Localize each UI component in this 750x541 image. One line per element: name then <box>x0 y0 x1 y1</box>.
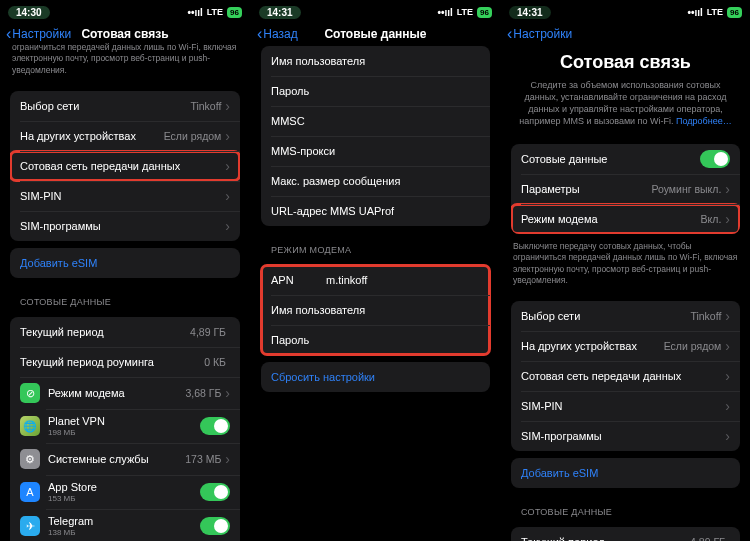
group-data-usage: Текущий период 4,89 ГБ <box>511 527 740 541</box>
row-password[interactable]: Пароль <box>261 76 490 106</box>
chevron-right-icon: › <box>225 219 230 233</box>
row-cellular-data[interactable]: Сотовые данные <box>511 144 740 174</box>
chevron-right-icon: › <box>725 309 730 323</box>
chevron-right-icon: › <box>725 212 730 226</box>
row-cellular-data-network[interactable]: Сотовая сеть передачи данных › <box>511 361 740 391</box>
group-network: Выбор сети Tinkoff › На других устройств… <box>10 91 240 241</box>
back-button[interactable]: ‹ Назад <box>257 26 298 42</box>
hotspot-icon: ⊘ <box>20 383 40 403</box>
chevron-right-icon: › <box>225 386 230 400</box>
row-system-services[interactable]: ⚙ Системные службы 173 МБ › <box>10 443 240 475</box>
signal-icon: ••ııl <box>437 7 452 18</box>
group-mms: Имя пользователя Пароль MMSC MMS-прокси … <box>261 46 490 226</box>
row-apn[interactable]: APN m.tinkoff <box>261 265 490 295</box>
row-mmsc[interactable]: MMSC <box>261 106 490 136</box>
row-roaming-period[interactable]: Текущий период роуминга 0 КБ <box>10 347 240 377</box>
row-app-store[interactable]: A App Store 153 МБ <box>10 475 240 509</box>
section-cellular-data: СОТОВЫЕ ДАННЫЕ <box>0 285 250 310</box>
row-other-devices[interactable]: На других устройствах Если рядом › <box>511 331 740 361</box>
toggle-cellular-data[interactable] <box>700 150 730 168</box>
status-bar: 14:31 ••ııl LTE 96 <box>501 0 750 20</box>
section-hotspot: РЕЖИМ МОДЕМА <box>251 233 500 258</box>
network-label: LTE <box>457 7 473 17</box>
description: Следите за объемом использования сотовых… <box>501 79 750 134</box>
row-username[interactable]: Имя пользователя <box>261 46 490 76</box>
row-add-esim[interactable]: Добавить eSIM <box>10 248 240 278</box>
telegram-icon: ✈ <box>20 516 40 536</box>
battery-icon: 96 <box>727 7 742 18</box>
row-sim-apps[interactable]: SIM-программы › <box>511 421 740 451</box>
appstore-icon: A <box>20 482 40 502</box>
row-sim-pin[interactable]: SIM-PIN › <box>10 181 240 211</box>
group-add-esim: Добавить eSIM <box>511 458 740 488</box>
status-bar: 14:30 ••ııl LTE 96 <box>0 0 250 20</box>
chevron-right-icon: › <box>225 159 230 173</box>
chevron-left-icon: ‹ <box>507 26 512 42</box>
chevron-right-icon: › <box>725 429 730 443</box>
network-label: LTE <box>207 7 223 17</box>
chevron-right-icon: › <box>225 189 230 203</box>
group-cellular-top: Сотовые данные Параметры Роуминг выкл. ›… <box>511 144 740 234</box>
learn-more-link[interactable]: Подробнее… <box>676 116 732 126</box>
row-reset-settings[interactable]: Сбросить настройки <box>261 362 490 392</box>
status-bar: 14:31 ••ııl LTE 96 <box>251 0 500 20</box>
row-mms-proxy[interactable]: MMS-прокси <box>261 136 490 166</box>
battery-icon: 96 <box>227 7 242 18</box>
chevron-right-icon: › <box>225 129 230 143</box>
battery-icon: 96 <box>477 7 492 18</box>
back-button[interactable]: ‹ Настройки <box>507 26 572 42</box>
row-hotspot[interactable]: ⊘ Режим модема 3,68 ГБ › <box>10 377 240 409</box>
back-label: Настройки <box>12 27 71 41</box>
chevron-right-icon: › <box>725 182 730 196</box>
pane-cellular: 14:30 ••ııl LTE 96 ‹ Настройки Сотовая с… <box>0 0 250 541</box>
planet-vpn-icon: 🌐 <box>20 416 40 436</box>
section-cellular-data: СОТОВЫЕ ДАННЫЕ <box>501 495 750 520</box>
chevron-right-icon: › <box>225 99 230 113</box>
status-time: 14:30 <box>8 6 50 19</box>
row-mms-max-size[interactable]: Макс. размер сообщения <box>261 166 490 196</box>
row-password[interactable]: Пароль <box>261 325 490 355</box>
toggle-appstore[interactable] <box>200 483 230 501</box>
signal-icon: ••ııl <box>187 7 202 18</box>
chevron-right-icon: › <box>225 452 230 466</box>
network-label: LTE <box>707 7 723 17</box>
gear-icon: ⚙ <box>20 449 40 469</box>
chevron-right-icon: › <box>725 339 730 353</box>
row-cellular-data-network[interactable]: Сотовая сеть передачи данных › <box>10 151 240 181</box>
chevron-left-icon: ‹ <box>6 26 11 42</box>
pane-cellular-main: 14:31 ••ııl LTE 96 ‹ Настройки Сотовая с… <box>500 0 750 541</box>
row-sim-pin[interactable]: SIM-PIN › <box>511 391 740 421</box>
row-network-selection[interactable]: Выбор сети Tinkoff › <box>511 301 740 331</box>
row-network-selection[interactable]: Выбор сети Tinkoff › <box>10 91 240 121</box>
row-current-period[interactable]: Текущий период 4,89 ГБ <box>511 527 740 541</box>
chevron-right-icon: › <box>725 369 730 383</box>
apn-value: m.tinkoff <box>326 274 480 286</box>
toggle-telegram[interactable] <box>200 517 230 535</box>
group-network: Выбор сети Tinkoff › На других устройств… <box>511 301 740 451</box>
group-data-usage: Текущий период 4,89 ГБ Текущий период ро… <box>10 317 240 541</box>
row-current-period[interactable]: Текущий период 4,89 ГБ <box>10 317 240 347</box>
row-mms-uaprof[interactable]: URL-адрес MMS UAProf <box>261 196 490 226</box>
toggle-vpn[interactable] <box>200 417 230 435</box>
group-reset: Сбросить настройки <box>261 362 490 392</box>
chevron-right-icon: › <box>725 399 730 413</box>
row-add-esim[interactable]: Добавить eSIM <box>511 458 740 488</box>
status-time: 14:31 <box>509 6 551 19</box>
big-title: Сотовая связь <box>501 42 750 79</box>
footer-note: ограничиться передачей данных лишь по Wi… <box>0 42 250 84</box>
group-hotspot-apn: APN m.tinkoff Имя пользователя Пароль <box>261 265 490 355</box>
row-other-devices[interactable]: На других устройствах Если рядом › <box>10 121 240 151</box>
row-parameters[interactable]: Параметры Роуминг выкл. › <box>511 174 740 204</box>
status-time: 14:31 <box>259 6 301 19</box>
row-username[interactable]: Имя пользователя <box>261 295 490 325</box>
row-hotspot-mode[interactable]: Режим модема Вкл. › <box>511 204 740 234</box>
back-button[interactable]: ‹ Настройки <box>6 26 71 42</box>
row-telegram[interactable]: ✈ Telegram 138 МБ <box>10 509 240 541</box>
row-planet-vpn[interactable]: 🌐 Planet VPN 198 МБ <box>10 409 240 443</box>
signal-icon: ••ııl <box>687 7 702 18</box>
pane-cellular-data-network: 14:31 ••ııl LTE 96 ‹ Назад Сотовые данны… <box>250 0 500 541</box>
group-add-esim: Добавить eSIM <box>10 248 240 278</box>
back-label: Назад <box>263 27 297 41</box>
back-label: Настройки <box>513 27 572 41</box>
row-sim-apps[interactable]: SIM-программы › <box>10 211 240 241</box>
